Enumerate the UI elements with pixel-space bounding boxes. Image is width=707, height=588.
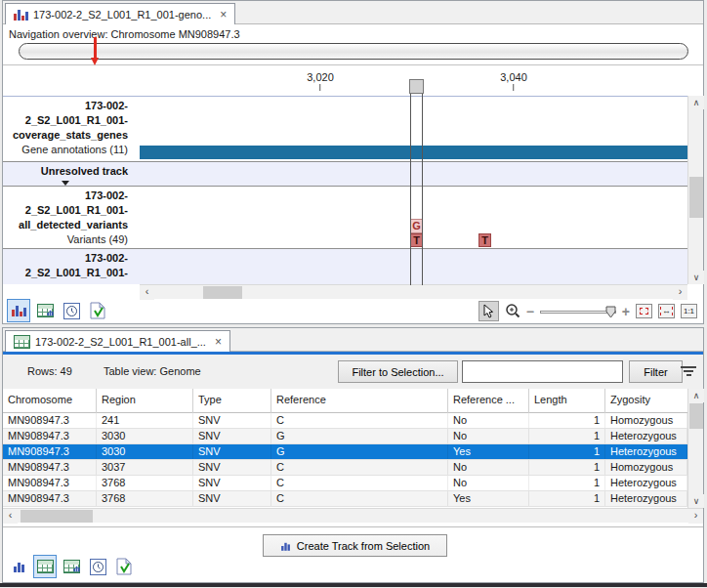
track-icon (281, 541, 290, 551)
top-tabbar: 173-002-2_S2_L001_R1_001-geno... × (3, 1, 703, 24)
create-track-from-selection-button[interactable]: Create Track from Selection (263, 534, 447, 557)
track-view-button[interactable] (7, 299, 30, 322)
column-header[interactable]: Type (193, 389, 271, 413)
tab-variant-table[interactable]: 173-002-2_S2_L001_R1_001-all_... × (5, 330, 230, 352)
table-chart-icon (37, 304, 54, 317)
selection-handle[interactable] (409, 79, 424, 94)
cursor-arrow-icon (482, 304, 494, 318)
table-toolbar: Rows: 49 Table view: Genome Filter to Se… (3, 355, 703, 389)
table-tabbar: 173-002-2_S2_L001_R1_001-all_... × (3, 328, 703, 352)
table-row[interactable]: MN908947.3241SNVCNo1Homozygous (3, 413, 687, 429)
clock-icon (63, 303, 80, 319)
scrollbar-thumb[interactable] (689, 403, 703, 429)
scroll-down-icon[interactable]: ∨ (688, 271, 704, 284)
tab-label: 173-002-2_S2_L001_R1_001-all_... (35, 336, 206, 348)
close-icon[interactable]: × (216, 8, 227, 21)
scroll-left-icon[interactable]: ‹ (140, 285, 154, 300)
dashed-selection-icon (640, 308, 648, 315)
column-header[interactable]: Region (97, 389, 193, 413)
ruler-tick: 3,040 (500, 71, 527, 91)
table-icon (14, 335, 30, 349)
scroll-up-icon[interactable]: ∧ (688, 389, 704, 402)
scroll-left-icon[interactable]: ‹ (3, 509, 18, 524)
application-window: 173-002-2_S2_L001_R1_001-geno... × Navig… (0, 0, 707, 588)
fit-width-button[interactable]: ↔ (658, 304, 675, 318)
navigation-overview-bar[interactable] (19, 43, 688, 60)
position-ruler: 3,020 3,040 (3, 65, 703, 96)
zoom-slider-thumb[interactable] (605, 306, 616, 318)
track-gene-annotations[interactable]: 173-002- 2_S2_L001_R1_001- coverage_stat… (3, 97, 687, 161)
table-body: MN908947.3241SNVCNo1Homozygous MN908947.… (3, 413, 687, 507)
navigation-overview: Navigation overview: Chromosome MN908947… (3, 24, 703, 65)
table-view-label: Table view: Genome (104, 365, 201, 377)
selected-position-column[interactable] (409, 79, 424, 285)
scroll-right-icon[interactable]: › (673, 285, 687, 300)
window-bottom-edge (0, 583, 707, 587)
track-horizontal-scrollbar[interactable]: ‹ › (140, 284, 687, 299)
document-check-icon (116, 558, 132, 575)
track-list: 173-002- 2_S2_L001_R1_001- coverage_stat… (3, 96, 687, 284)
table-row[interactable]: MN908947.33768SNVCYes1Heterozygous (3, 491, 687, 507)
scrollbar-thumb[interactable] (203, 286, 242, 299)
zoom-to-selection-button[interactable] (636, 304, 652, 318)
tab-label: 173-002-2_S2_L001_R1_001-geno... (33, 9, 211, 21)
table-vertical-scrollbar[interactable]: ∧ ∨ (687, 389, 703, 508)
history-view-button[interactable] (60, 299, 83, 322)
table-chart-view-button[interactable] (60, 555, 83, 578)
track-vertical-scrollbar[interactable]: ∧ ∨ (687, 96, 703, 284)
table-row[interactable]: MN908947.33037SNVCNo1Homozygous (3, 460, 687, 476)
track-unresolved[interactable]: Unresolved track (3, 162, 687, 186)
table-row[interactable]: MN908947.33768SNVCNo1Heterozygous (3, 476, 687, 491)
document-check-icon (90, 302, 105, 319)
rows-count-label: Rows: 49 (27, 365, 72, 377)
element-info-button[interactable] (86, 299, 109, 322)
table-header: Chromosome Region Type Reference Referen… (3, 389, 687, 413)
table-view-button[interactable] (33, 555, 57, 578)
navigation-position-marker[interactable] (91, 37, 100, 65)
element-info-button[interactable] (112, 555, 136, 578)
variant-table-panel: 173-002-2_S2_L001_R1_001-all_... × Rows:… (2, 327, 704, 583)
track-view-icon (14, 561, 24, 572)
ruler-tick: 3,020 (307, 71, 334, 91)
scroll-up-icon[interactable]: ∧ (688, 96, 704, 109)
track-view-icon (12, 305, 26, 316)
history-view-button[interactable] (86, 555, 109, 578)
advanced-filter-icon[interactable] (681, 366, 696, 378)
filter-input[interactable] (462, 360, 623, 383)
table-horizontal-scrollbar[interactable]: ‹ › (3, 508, 703, 523)
divider (3, 526, 703, 527)
table-icon (37, 560, 54, 573)
table-row[interactable]: MN908947.33030SNVGNo1Heterozygous (3, 429, 687, 444)
table-view-button[interactable] (33, 299, 57, 322)
scroll-down-icon[interactable]: ∨ (688, 494, 704, 508)
scroll-right-icon[interactable]: › (688, 509, 703, 524)
magnifier-plus-icon (505, 303, 520, 318)
zoom-in-button[interactable] (505, 303, 520, 320)
track-read-mapping[interactable]: 173-002- 2_S2_L001_R1_001- (3, 249, 687, 284)
column-header[interactable]: Zygosity (605, 389, 687, 413)
scrollbar-thumb[interactable] (689, 177, 703, 218)
zoom-in-step-icon[interactable]: + (622, 304, 630, 319)
column-header[interactable]: Reference (271, 389, 448, 413)
track-view-button[interactable] (7, 555, 30, 578)
track-view-icon (14, 9, 28, 21)
scrollbar-thumb[interactable] (21, 510, 93, 523)
close-icon[interactable]: × (211, 335, 222, 349)
track-variants[interactable]: 173-002- 2_S2_L001_R1_001- all_detected_… (3, 187, 687, 248)
column-header[interactable]: Chromosome (3, 389, 97, 413)
column-header[interactable]: Length (529, 389, 605, 413)
variant-marker-T[interactable]: T (478, 233, 491, 247)
filter-button[interactable]: Filter (629, 360, 683, 383)
fit-width-icon: ↔ (660, 307, 673, 315)
zoom-slider[interactable] (540, 305, 616, 318)
zoom-out-icon[interactable]: − (526, 304, 534, 319)
filter-to-selection-button[interactable]: Filter to Selection... (338, 360, 458, 383)
selection-cursor-button[interactable] (478, 301, 499, 321)
view-mode-toolbar (7, 299, 109, 322)
genome-track-panel: 173-002-2_S2_L001_R1_001-geno... × Navig… (2, 0, 704, 324)
tab-genome-view[interactable]: 173-002-2_S2_L001_R1_001-geno... × (5, 3, 235, 24)
zoom-100-button[interactable]: 1:1 (681, 304, 697, 318)
column-header[interactable]: Reference ... (448, 389, 529, 413)
table-row-selected[interactable]: MN908947.33030SNVGYes1Heterozygous (3, 444, 687, 460)
view-mode-toolbar (7, 555, 136, 578)
